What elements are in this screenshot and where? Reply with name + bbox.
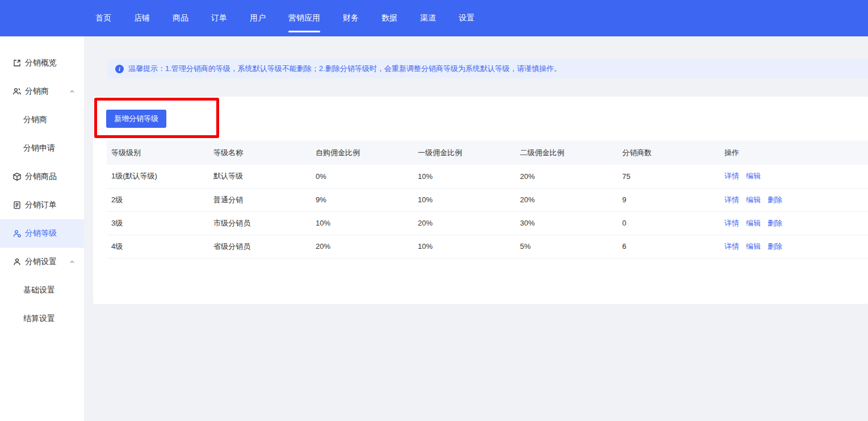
cell-second-commission: 20% [515, 165, 618, 188]
column-header-distributor-count: 分销商数 [618, 140, 720, 165]
cell-self-commission: 0% [311, 165, 413, 188]
order-icon [12, 201, 22, 210]
detail-link[interactable]: 详情 [724, 219, 739, 227]
column-header-first-commission: 一级佣金比例 [413, 140, 515, 165]
nav-item-settings[interactable]: 设置 [447, 0, 486, 36]
overview-icon [12, 59, 22, 68]
column-header-level: 等级级别 [107, 140, 209, 165]
cell-distributor-count: 75 [618, 165, 720, 188]
sidebar-group-label: 分销商 [25, 86, 49, 97]
delete-link[interactable]: 删除 [768, 219, 782, 227]
edit-link[interactable]: 编辑 [746, 219, 761, 227]
cell-name: 市级分销员 [209, 211, 311, 235]
cell-second-commission: 20% [515, 188, 618, 211]
table-header-row: 等级级别 等级名称 自购佣金比例 一级佣金比例 二级佣金比例 分销商数 操作 [107, 140, 868, 165]
cell-actions: 详情编辑删除 [720, 235, 868, 258]
cell-level: 4级 [107, 235, 209, 258]
sidebar-group-distributor[interactable]: 分销商 [0, 77, 84, 106]
cell-name: 省级分销员 [209, 235, 311, 258]
distributor-icon [12, 87, 22, 96]
nav-item-shop[interactable]: 店铺 [123, 0, 161, 36]
sidebar-group-distribution-settings[interactable]: 分销设置 [0, 248, 84, 276]
sidebar-item-label: 结算设置 [23, 314, 55, 324]
cell-level: 3级 [107, 211, 209, 235]
sidebar-item-distribution-apply[interactable]: 分销申请 [0, 134, 84, 162]
chevron-up-icon [69, 89, 75, 94]
cell-second-commission: 30% [515, 211, 618, 235]
level-table-card: 新增分销等级 等级级别 等级名称 自购佣金比例 一级佣金比例 二级佣金比例 分销… [93, 97, 868, 304]
chevron-up-icon [69, 259, 75, 265]
cell-first-commission: 10% [413, 235, 515, 258]
detail-link[interactable]: 详情 [724, 242, 739, 251]
sidebar-item-settlement-settings[interactable]: 结算设置 [0, 305, 84, 333]
nav-item-goods[interactable]: 商品 [161, 0, 200, 36]
column-header-self-commission: 自购佣金比例 [311, 140, 413, 165]
nav-item-marketing-apps[interactable]: 营销应用 [277, 0, 332, 36]
cell-second-commission: 5% [515, 235, 618, 258]
level-icon [12, 229, 22, 238]
cell-level: 1级(默认等级) [107, 165, 209, 188]
cell-distributor-count: 9 [618, 188, 720, 211]
sidebar-item-label: 基础设置 [23, 285, 55, 295]
info-icon: i [115, 65, 124, 73]
nav-item-data[interactable]: 数据 [370, 0, 409, 36]
add-level-button[interactable]: 新增分销等级 [106, 110, 166, 128]
edit-link[interactable]: 编辑 [746, 195, 761, 204]
sidebar-item-distribution-overview[interactable]: 分销概览 [0, 49, 84, 77]
sidebar-group-label: 分销设置 [25, 257, 57, 267]
table-row: 3级 市级分销员 10% 20% 30% 0 详情编辑删除 [107, 211, 868, 235]
column-header-name: 等级名称 [209, 140, 311, 165]
cell-actions: 详情编辑 [720, 165, 868, 188]
sidebar: 分销概览 分销商 分销商 分销申请 分销商品 [0, 36, 84, 421]
sidebar-item-distribution-orders[interactable]: 分销订单 [0, 191, 84, 219]
cell-actions: 详情编辑删除 [720, 211, 868, 235]
cell-first-commission: 10% [413, 188, 515, 211]
cell-name: 默认等级 [209, 165, 311, 188]
distribution-level-table: 等级级别 等级名称 自购佣金比例 一级佣金比例 二级佣金比例 分销商数 操作 1… [107, 140, 868, 259]
cell-first-commission: 20% [413, 211, 515, 235]
sidebar-item-label: 分销订单 [25, 200, 57, 210]
table-row: 2级 普通分销 9% 10% 20% 9 详情编辑删除 [107, 188, 868, 211]
table-row: 1级(默认等级) 默认等级 0% 10% 20% 75 详情编辑 [107, 165, 868, 188]
sidebar-item-label: 分销商 [23, 115, 47, 125]
edit-link[interactable]: 编辑 [746, 242, 761, 251]
cell-self-commission: 10% [311, 211, 413, 235]
main-content: i 温馨提示：1.管理分销商的等级，系统默认等级不能删除；2.删除分销等级时，会… [84, 36, 868, 421]
nav-item-orders[interactable]: 订单 [200, 0, 238, 36]
tip-alert: i 温馨提示：1.管理分销商的等级，系统默认等级不能删除；2.删除分销等级时，会… [107, 59, 868, 78]
cell-self-commission: 9% [311, 188, 413, 211]
tip-alert-text: 温馨提示：1.管理分销商的等级，系统默认等级不能删除；2.删除分销等级时，会重新… [128, 64, 561, 74]
detail-link[interactable]: 详情 [724, 172, 739, 180]
sidebar-item-distribution-levels[interactable]: 分销等级 [0, 219, 84, 248]
goods-icon [12, 172, 22, 181]
sidebar-item-label: 分销申请 [23, 143, 55, 153]
sidebar-item-label: 分销商品 [25, 172, 57, 182]
top-navigation: 首页 店铺 商品 订单 用户 营销应用 财务 数据 渠道 设置 [0, 0, 868, 36]
delete-link[interactable]: 删除 [768, 195, 782, 204]
cell-distributor-count: 6 [618, 235, 720, 258]
cell-level: 2级 [107, 188, 209, 211]
cell-self-commission: 20% [311, 235, 413, 258]
nav-item-channels[interactable]: 渠道 [409, 0, 447, 36]
sidebar-item-distribution-goods[interactable]: 分销商品 [0, 162, 84, 191]
delete-link[interactable]: 删除 [768, 242, 782, 251]
cell-first-commission: 10% [413, 165, 515, 188]
nav-item-home[interactable]: 首页 [84, 0, 123, 36]
cell-name: 普通分销 [209, 188, 311, 211]
nav-item-finance[interactable]: 财务 [332, 0, 370, 36]
sidebar-item-label: 分销概览 [25, 58, 57, 68]
settings-icon [12, 257, 22, 266]
cell-distributor-count: 0 [618, 211, 720, 235]
edit-link[interactable]: 编辑 [746, 172, 761, 180]
cell-actions: 详情编辑删除 [720, 188, 868, 211]
nav-item-users[interactable]: 用户 [238, 0, 277, 36]
sidebar-item-basic-settings[interactable]: 基础设置 [0, 276, 84, 305]
sidebar-item-distributor[interactable]: 分销商 [0, 106, 84, 134]
table-row: 4级 省级分销员 20% 10% 5% 6 详情编辑删除 [107, 235, 868, 258]
column-header-second-commission: 二级佣金比例 [515, 140, 618, 165]
sidebar-item-label: 分销等级 [25, 228, 57, 239]
detail-link[interactable]: 详情 [724, 195, 739, 204]
column-header-actions: 操作 [720, 140, 868, 165]
